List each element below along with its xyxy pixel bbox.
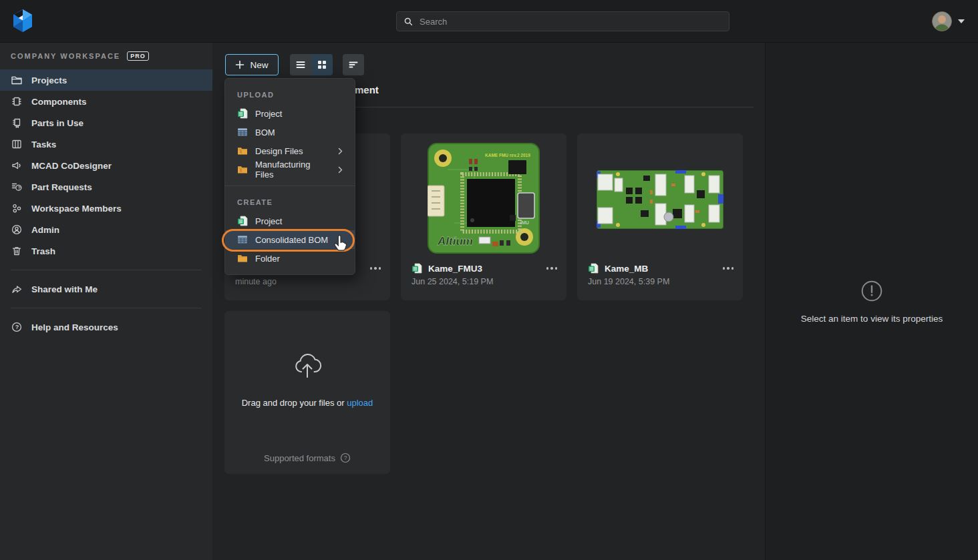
card-menu-button[interactable] xyxy=(369,264,383,272)
sidebar-item-label: Projects xyxy=(31,75,67,85)
cloud-upload-icon xyxy=(291,351,323,380)
zip-folder-icon xyxy=(237,164,248,175)
empty-selection-message: Select an item to view its properties xyxy=(801,314,943,324)
view-toggle xyxy=(290,54,333,75)
share-arrow-icon xyxy=(11,283,23,295)
upload-dropzone[interactable]: Drag and drop your files or upload Suppo… xyxy=(224,311,390,474)
upload-link[interactable]: upload xyxy=(347,398,373,408)
chevron-right-icon xyxy=(338,148,343,155)
sidebar-item-label: Workspace Members xyxy=(31,204,122,214)
menu-item-create-project[interactable]: Project xyxy=(225,212,355,230)
menu-item-label: Project xyxy=(255,216,282,226)
altium-365-logo[interactable] xyxy=(9,7,36,34)
project-doc-icon xyxy=(237,216,248,226)
avatar[interactable] xyxy=(932,11,952,31)
folder-header-partial: ment xyxy=(355,84,379,95)
mcad-icon xyxy=(11,160,23,172)
sidebar-item-parts-in-use[interactable]: Parts in Use xyxy=(0,112,212,133)
svg-text:?: ? xyxy=(344,455,347,461)
menu-item-upload-design-files[interactable]: Design Files xyxy=(225,142,355,160)
menu-section-create: CREATE xyxy=(225,193,355,212)
menu-item-label: Consolidated BOM xyxy=(255,235,328,245)
menu-divider xyxy=(225,186,355,186)
chip-icon xyxy=(11,95,23,107)
bom-table-icon xyxy=(237,127,248,137)
sidebar-item-label: Trash xyxy=(31,246,55,256)
project-doc-icon xyxy=(588,263,599,274)
menu-item-label: Project xyxy=(255,109,282,119)
pro-badge: PRO xyxy=(127,51,149,61)
project-doc-icon xyxy=(237,108,248,119)
card-timestamp: minute ago xyxy=(235,277,277,286)
card-menu-button[interactable] xyxy=(545,264,559,272)
sidebar-item-tasks[interactable]: Tasks xyxy=(0,133,212,155)
sidebar: COMPANY WORKSPACE PRO Projects Component… xyxy=(0,43,212,560)
search-icon xyxy=(403,17,414,27)
plus-icon xyxy=(235,60,244,69)
new-button-label: New xyxy=(250,60,268,70)
svg-text:?: ? xyxy=(15,324,19,330)
sort-icon xyxy=(348,59,359,70)
folder-icon xyxy=(11,74,23,86)
info-alert-icon xyxy=(861,280,882,302)
sort-button[interactable] xyxy=(343,54,364,75)
sidebar-item-part-requests[interactable]: ? Part Requests xyxy=(0,176,212,198)
card-title: Kame_MB xyxy=(605,264,648,274)
sidebar-item-admin[interactable]: Admin xyxy=(0,219,212,240)
sidebar-item-label: Components xyxy=(31,97,87,107)
menu-item-upload-manufacturing-files[interactable]: Manufacturing Files xyxy=(225,160,355,179)
sidebar-item-help-and-resources[interactable]: ? Help and Resources xyxy=(0,316,212,338)
svg-text:?: ? xyxy=(17,186,20,190)
grid-view-button[interactable] xyxy=(311,54,333,75)
sidebar-item-label: Tasks xyxy=(31,139,56,150)
sidebar-item-workspace-members[interactable]: Workspace Members xyxy=(0,198,212,219)
tasks-board-icon xyxy=(11,138,23,150)
sidebar-item-shared-with-me[interactable]: Shared with Me xyxy=(0,278,212,300)
menu-item-create-consolidated-bom[interactable]: Consolidated BOM xyxy=(225,230,355,249)
sidebar-item-label: Part Requests xyxy=(31,182,92,192)
menu-item-label: BOM xyxy=(255,127,275,137)
menu-item-create-folder[interactable]: Folder xyxy=(225,249,355,268)
folder-icon xyxy=(237,253,248,264)
supported-formats-label: Supported formats xyxy=(264,453,335,463)
help-circle-icon[interactable]: ? xyxy=(340,453,351,463)
menu-item-upload-project[interactable]: Project xyxy=(225,104,355,123)
menu-item-label: Design Files xyxy=(255,146,303,156)
pcb-thumbnail: KAME FMU rev.2 2019 IMU Altium xyxy=(428,143,540,254)
sidebar-item-components[interactable]: Components xyxy=(0,91,212,112)
list-view-button[interactable] xyxy=(290,54,311,75)
sidebar-item-label: Shared with Me xyxy=(31,284,98,294)
chevron-down-icon[interactable] xyxy=(958,19,965,23)
menu-item-upload-bom[interactable]: BOM xyxy=(225,123,355,142)
zip-folder-icon xyxy=(237,146,248,156)
top-bar xyxy=(0,0,978,43)
sidebar-divider xyxy=(11,308,202,308)
dropzone-text: Drag and drop your files or xyxy=(242,398,345,408)
sidebar-item-mcad-codesigner[interactable]: MCAD CoDesigner xyxy=(0,155,212,176)
menu-item-label: Folder xyxy=(255,254,280,264)
card-timestamp: Jun 19 2024, 5:39 PM xyxy=(588,277,669,286)
sidebar-item-label: Parts in Use xyxy=(31,118,84,128)
menu-section-upload: UPLOAD xyxy=(225,85,355,104)
sidebar-item-label: MCAD CoDesigner xyxy=(31,161,112,171)
project-card-kame-fmu3[interactable]: KAME FMU rev.2 2019 IMU Altium Kame_FMU3… xyxy=(401,133,566,300)
card-title: Kame_FMU3 xyxy=(428,264,482,274)
svg-text:IMU: IMU xyxy=(520,220,529,225)
bom-table-icon xyxy=(237,234,248,245)
list-view-icon xyxy=(295,59,306,70)
parts-in-use-icon xyxy=(11,117,23,129)
new-button[interactable]: New xyxy=(225,54,279,75)
svg-text:Altium: Altium xyxy=(437,235,473,248)
sidebar-item-label: Admin xyxy=(31,225,59,235)
part-requests-icon: ? xyxy=(11,181,23,193)
sidebar-item-trash[interactable]: Trash xyxy=(0,240,212,262)
sidebar-item-projects[interactable]: Projects xyxy=(0,69,212,91)
search-bar xyxy=(396,11,729,31)
properties-panel: Select an item to view its properties xyxy=(765,43,978,560)
project-card-kame-mb[interactable]: Kame_MB Jun 19 2024, 5:39 PM xyxy=(577,133,743,300)
new-dropdown-menu: UPLOAD Project BOM Design Files xyxy=(224,78,355,275)
grid-view-icon xyxy=(317,60,327,69)
card-menu-button[interactable] xyxy=(721,264,736,272)
workspace-header: COMPANY WORKSPACE PRO xyxy=(0,43,212,69)
search-input[interactable] xyxy=(420,17,722,27)
